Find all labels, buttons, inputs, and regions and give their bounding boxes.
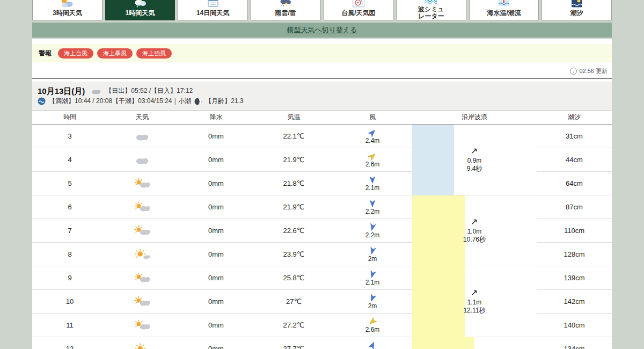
partly-cloudy-icon [134, 225, 150, 236]
hour-cell: 4 [32, 148, 107, 172]
wind-cell: 2m [333, 243, 412, 266]
coastal-wave-column: 0.9m9.4秒1.0m10.76秒1.1m12.11秒 [412, 125, 537, 349]
tide-cell: 142cm [537, 290, 612, 314]
wind-direction-icon [368, 293, 377, 303]
wind-cell: 2.6m [333, 148, 412, 172]
cloudy-icon [90, 87, 102, 95]
wind-speed: 2.6m [365, 161, 380, 168]
wind-speed: 2m [368, 255, 377, 263]
wind-cell: 2m [333, 290, 412, 314]
tab-wave-simulator[interactable]: 波シミュレーター [396, 0, 466, 20]
warning-badge[interactable]: 海上暴風 [97, 48, 133, 59]
wind-speed: 2.6m [365, 326, 380, 333]
tab-typhoon-map[interactable]: 台風/天気図 [324, 0, 394, 20]
wind-cell: 2.2m [333, 219, 412, 243]
tide-cell: 139cm [537, 266, 612, 290]
tide-wave-icon [38, 97, 46, 105]
wave-value: 1.0m10.76秒 [412, 218, 537, 244]
cloudy-icon [134, 154, 150, 165]
info-icon: i [570, 68, 577, 75]
precip-cell: 0mm [177, 266, 255, 290]
cloudy-icon [134, 130, 150, 142]
wave-group: 1.0m10.76秒 [412, 195, 537, 266]
date-header: 10月13日(月) 【日出】05:52 /【日入】17:12 【満潮】10:44… [32, 82, 612, 110]
temp-cell: 27.2℃ [255, 314, 333, 337]
precip-cell: 0mm [177, 148, 255, 172]
hour-cell: 7 [32, 219, 107, 243]
wind-direction-icon [368, 223, 377, 232]
precip-cell: 0mm [177, 125, 255, 148]
wind-cell: 2.6m [333, 314, 412, 337]
hour-cell: 6 [32, 195, 107, 219]
wind-direction-icon [368, 340, 378, 349]
tab-14d[interactable]: 14日間天気 [178, 0, 248, 20]
wind-speed: 2.1m [365, 279, 380, 286]
temp-cell: 21.9℃ [255, 148, 333, 172]
warning-badge[interactable]: 海上強風 [136, 48, 172, 59]
temp-cell: 21.8℃ [255, 172, 333, 195]
tab-label: 雨雲/雷 [275, 10, 296, 17]
temp-cell: 27℃ [255, 290, 333, 314]
partly-cloudy-icon [134, 272, 150, 283]
partly-cloudy-icon [134, 178, 150, 189]
column-header-6: 潮汐 [537, 113, 612, 122]
wind-cell: 2.1m [333, 172, 412, 195]
wind-cell: 2.2m [333, 195, 412, 219]
tide-cell: 87cm [537, 195, 612, 219]
update-time-row: i 02:56 更新 [32, 62, 612, 79]
wave-period: 9.4秒 [412, 165, 537, 173]
tab-3h[interactable]: 3時間天気 [32, 0, 103, 20]
tab-label: 波シミュレーター [418, 6, 444, 20]
wave-group: 1.1m12.11秒 [412, 266, 537, 337]
switch-to-horizontal-link[interactable]: 横型天気へ切り替える [287, 25, 357, 35]
wave-period: 10.76秒 [412, 236, 537, 244]
wind-cell: 2.4m [333, 125, 412, 148]
wind-direction-icon [369, 200, 376, 207]
tab-tide[interactable]: 潮汐 [541, 0, 612, 20]
warning-badge[interactable]: 海上台風 [58, 48, 93, 59]
hour-cell: 5 [32, 172, 107, 195]
wave-height: 1.0m [412, 228, 537, 236]
weather-cell [107, 148, 177, 172]
tab-label: 3時間天気 [53, 10, 82, 17]
tab-label: 1時間天気 [126, 10, 155, 17]
precip-cell: 0mm [177, 314, 255, 337]
forecast-table-body: 30mm22.1℃2.4m31cm40mm21.9℃2.6m44cm50mm21… [32, 125, 612, 349]
column-header-1: 天気 [107, 113, 177, 122]
tab-label: 14日間天気 [196, 10, 229, 17]
wave-height: 1.1m [412, 299, 537, 307]
wind-cell [333, 337, 412, 349]
tab-rain-radar[interactable]: 雨雲/雷 [251, 0, 321, 20]
sunny-icon [134, 249, 150, 260]
wave-group: 0.9m9.4秒 [412, 125, 537, 195]
wind-direction-icon [367, 127, 378, 138]
hour-cell: 9 [32, 266, 107, 290]
precip-cell: 0mm [177, 290, 255, 314]
tab-label: 台風/天気図 [341, 10, 375, 17]
tab-label: 潮汐 [570, 10, 583, 17]
weather-cell [107, 266, 177, 290]
warning-label: 警報 [39, 49, 52, 58]
tab-sun-cloud-icon [60, 0, 74, 8]
tab-1h[interactable]: 1時間天気 [105, 0, 175, 20]
wave-value: 1.1m12.11秒 [412, 289, 537, 315]
moon-phase-icon [194, 98, 202, 105]
tab-sea-temp-current[interactable]: 海水温/潮流 [469, 0, 539, 20]
partly-cloudy-icon [134, 319, 150, 331]
wind-direction-icon [368, 246, 377, 255]
precip-cell: 0mm [177, 172, 255, 195]
main-content: 警報 海上台風海上暴風海上強風 i 02:56 更新 10月13日(月) 【日出… [32, 39, 612, 349]
tab-label: 海水温/潮流 [487, 10, 521, 17]
tab-cloud-icon [133, 0, 147, 8]
warning-badges: 海上台風海上暴風海上強風 [58, 48, 175, 59]
tab-thunder-icon [279, 0, 292, 8]
temp-cell: 21.9℃ [255, 195, 333, 219]
precip-cell: 0mm [177, 243, 255, 266]
wind-speed: 2.1m [365, 184, 380, 192]
weather-cell [107, 125, 177, 148]
weather-cell [107, 290, 177, 314]
tide-times-text: 【満潮】10:44 / 20:08【干潮】03:04/15:24｜小潮 [49, 96, 191, 106]
wind-speed: 2.4m [365, 137, 380, 144]
date-title: 10月13日(月) [38, 86, 85, 96]
tide-cell: 110cm [537, 219, 612, 243]
